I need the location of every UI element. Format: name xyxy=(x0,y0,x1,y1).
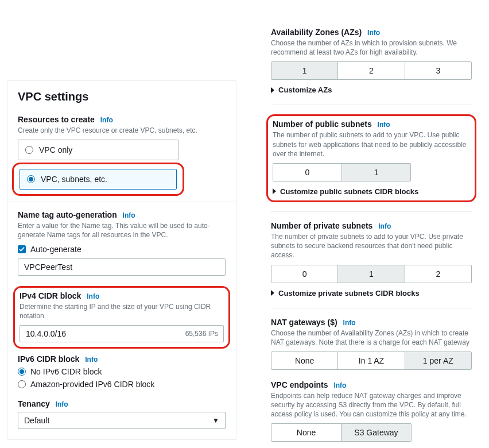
customize-public-cidr-label: Customize public subnets CIDR blocks xyxy=(280,187,418,196)
public-subnets-help: The number of public subnets to add to y… xyxy=(273,130,470,159)
name-tag-section: Name tag auto-generation Info Enter a va… xyxy=(18,210,226,275)
priv-opt-1[interactable]: 1 xyxy=(338,265,405,283)
divider xyxy=(271,211,472,212)
radio-aws-ipv6[interactable]: Amazon-provided IPv6 CIDR block xyxy=(18,380,226,389)
tenancy-value: Default xyxy=(24,416,49,425)
divider xyxy=(271,308,472,308)
ipv4-label: IPv4 CIDR block xyxy=(20,291,81,300)
nat-gateways-section: NAT gateways ($) Info Choose the number … xyxy=(271,318,472,370)
vpce-opt-s3[interactable]: S3 Gateway xyxy=(341,424,411,441)
nat-info-link[interactable]: Info xyxy=(343,319,356,327)
pub-opt-0[interactable]: 0 xyxy=(273,164,342,181)
resources-to-create-section: Resources to create Info Create only the… xyxy=(18,115,226,191)
vpce-segment: None S3 Gateway xyxy=(271,423,412,442)
customize-private-cidr-expander[interactable]: Customize private subnets CIDR blocks xyxy=(271,289,472,298)
resources-info-link[interactable]: Info xyxy=(100,116,113,124)
nat-opt-1az[interactable]: In 1 AZ xyxy=(338,352,405,369)
customize-azs-label: Customize AZs xyxy=(278,86,332,94)
public-subnets-segment: 0 1 xyxy=(273,163,411,181)
customize-public-cidr-expander[interactable]: Customize public subnets CIDR blocks xyxy=(273,187,470,196)
vpce-help: Endpoints can help reduce NAT gateway ch… xyxy=(271,391,472,419)
radio-vpc-subnets[interactable]: VPC, subnets, etc. xyxy=(20,169,177,190)
name-tag-info-link[interactable]: Info xyxy=(123,211,135,219)
vpce-label: VPC endpoints xyxy=(271,380,328,389)
private-subnets-help: The number of private subnets to add to … xyxy=(271,232,472,260)
nat-help: Choose the number of Availability Zones … xyxy=(271,329,472,347)
private-subnets-label: Number of private subnets xyxy=(271,221,372,230)
auto-generate-label: Auto-generate xyxy=(30,245,82,254)
vpce-opt-none[interactable]: None xyxy=(271,424,341,441)
checkbox-icon xyxy=(18,245,26,253)
public-subnets-label: Number of public subnets xyxy=(273,119,372,129)
divider xyxy=(7,202,236,202)
ipv4-info-link[interactable]: Info xyxy=(87,292,99,300)
name-tag-input[interactable] xyxy=(18,258,226,276)
ipv4-ip-count: 65,536 IPs xyxy=(185,330,218,338)
nat-opt-none[interactable]: None xyxy=(271,352,338,369)
resources-to-create-label: Resources to create xyxy=(18,115,95,124)
radio-aws-ipv6-label: Amazon-provided IPv6 CIDR block xyxy=(30,380,154,389)
ipv6-cidr-section: IPv6 CIDR block Info No IPv6 CIDR block … xyxy=(18,354,226,389)
divider xyxy=(271,105,472,105)
customize-azs-expander[interactable]: Customize AZs xyxy=(271,86,472,94)
vpce-info-link[interactable]: Info xyxy=(333,381,346,389)
panel-title: VPC settings xyxy=(18,90,226,103)
radio-icon xyxy=(18,368,26,376)
private-subnets-info-link[interactable]: Info xyxy=(378,222,391,230)
name-tag-help: Enter a value for the Name tag. This val… xyxy=(18,221,226,240)
auto-generate-checkbox[interactable]: Auto-generate xyxy=(18,245,226,254)
public-subnets-section: Number of public subnets Info The number… xyxy=(273,119,470,196)
nat-label: NAT gateways ($) xyxy=(271,318,337,327)
radio-no-ipv6[interactable]: No IPv6 CIDR block xyxy=(18,367,226,376)
az-opt-1[interactable]: 1 xyxy=(271,62,338,79)
caret-right-icon xyxy=(271,290,274,296)
radio-icon xyxy=(18,380,26,388)
resources-help: Create only the VPC resource or create V… xyxy=(18,126,226,135)
name-tag-label: Name tag auto-generation xyxy=(18,210,117,219)
ipv6-info-link[interactable]: Info xyxy=(85,356,98,364)
private-subnets-section: Number of private subnets Info The numbe… xyxy=(271,221,472,298)
radio-vpc-only-label: VPC only xyxy=(39,145,72,155)
az-opt-3[interactable]: 3 xyxy=(405,62,471,79)
tenancy-select[interactable]: Default ▼ xyxy=(18,412,226,429)
pub-opt-1[interactable]: 1 xyxy=(342,164,410,181)
nat-opt-peraz[interactable]: 1 per AZ xyxy=(405,352,471,369)
az-segment: 1 2 3 xyxy=(271,61,472,80)
tenancy-section: Tenancy Info Default ▼ xyxy=(18,399,226,429)
public-subnets-info-link[interactable]: Info xyxy=(378,121,390,129)
nat-segment: None In 1 AZ 1 per AZ xyxy=(271,352,472,370)
az-section: Availability Zones (AZs) Info Choose the… xyxy=(271,28,472,94)
ipv4-help: Determine the starting IP and the size o… xyxy=(20,302,224,320)
radio-vpc-subnets-label: VPC, subnets, etc. xyxy=(41,175,107,184)
private-subnets-segment: 0 1 2 xyxy=(271,265,472,283)
radio-icon xyxy=(25,146,33,154)
tenancy-info-link[interactable]: Info xyxy=(56,400,68,408)
radio-no-ipv6-label: No IPv6 CIDR block xyxy=(30,367,102,376)
vpc-endpoints-section: VPC endpoints Info Endpoints can help re… xyxy=(271,380,472,442)
customize-private-cidr-label: Customize private subnets CIDR blocks xyxy=(278,289,420,298)
chevron-down-icon: ▼ xyxy=(212,416,219,424)
caret-right-icon xyxy=(273,188,276,194)
az-info-link[interactable]: Info xyxy=(367,29,380,37)
ipv6-label: IPv6 CIDR block xyxy=(18,354,79,364)
priv-opt-0[interactable]: 0 xyxy=(271,265,338,283)
radio-icon xyxy=(27,175,35,183)
radio-vpc-only[interactable]: VPC only xyxy=(18,140,178,160)
ipv4-cidr-section: IPv4 CIDR block Info Determine the start… xyxy=(20,291,224,342)
az-opt-2[interactable]: 2 xyxy=(338,62,405,79)
az-help: Choose the number of AZs in which to pro… xyxy=(271,38,472,57)
az-label: Availability Zones (AZs) xyxy=(271,28,362,37)
tenancy-label: Tenancy xyxy=(18,399,50,408)
priv-opt-2[interactable]: 2 xyxy=(405,265,471,283)
caret-right-icon xyxy=(271,87,274,93)
vpc-settings-panel: VPC settings Resources to create Info Cr… xyxy=(7,80,236,440)
